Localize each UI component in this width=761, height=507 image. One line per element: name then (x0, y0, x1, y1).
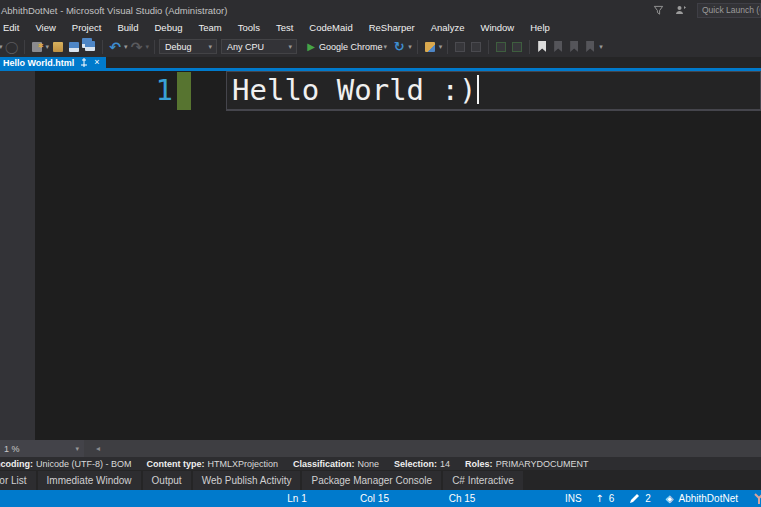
new-project-caret-icon[interactable]: ▾ (46, 43, 50, 51)
toolbar-separator (447, 40, 448, 54)
editor-zoom-value: 1 % (4, 444, 74, 454)
incoming-commits-indicator[interactable]: ↑ 6 (595, 493, 614, 504)
menu-item-project[interactable]: Project (64, 20, 110, 36)
editor-zoom-combo[interactable]: 1 % ▾ (0, 440, 84, 457)
redo-caret-icon[interactable]: ▾ (146, 43, 150, 51)
previous-bookmark-disabled-icon[interactable] (550, 38, 566, 56)
panel-tab-csharp-interactive[interactable]: C# Interactive (443, 471, 523, 490)
undo-caret-icon[interactable]: ▾ (124, 43, 128, 51)
panel-tab-error-list[interactable]: Error List (0, 471, 36, 490)
hscroll-left-arrow-icon[interactable]: ◂ (96, 444, 100, 453)
window-title: AbhithDotNet - Microsoft Visual Studio (… (1, 5, 227, 16)
tab-label: Hello World.html (3, 58, 74, 68)
solution-platform-combo[interactable]: Any CPU ▾ (221, 39, 297, 54)
menu-item-debug[interactable]: Debug (147, 20, 191, 36)
start-debugging-caret-icon[interactable]: ▾ (384, 43, 388, 51)
bottom-panel-tab-strip: Error List Immediate Window Output Web P… (0, 470, 761, 490)
panel-tab-package-manager-console[interactable]: Package Manager Console (302, 471, 441, 490)
menu-item-edit[interactable]: Edit (0, 20, 27, 36)
toggle-bookmark-icon[interactable] (534, 38, 550, 56)
menu-item-build[interactable]: Build (109, 20, 146, 36)
toolbar-separator (488, 40, 489, 54)
incoming-commits-count: 6 (609, 493, 615, 504)
editor-footer-row: 1 % ▾ ◂ (0, 440, 761, 457)
start-debugging-icon[interactable]: ▶ (303, 38, 319, 56)
chevron-down-icon: ▾ (289, 43, 293, 51)
selection-info: Selection:14 (394, 459, 450, 469)
toolbar-overflow-caret-icon[interactable]: ▾ (599, 43, 603, 51)
status-bar-right: ↑ 6 2 ◈ AbhithDotNet (595, 492, 761, 505)
undo-icon[interactable]: ↶ (107, 38, 123, 56)
panel-tab-immediate-window[interactable]: Immediate Window (38, 471, 141, 490)
line-number: 1 (128, 71, 173, 109)
new-project-icon[interactable] (29, 38, 45, 56)
document-tab-strip: Hello World.html × (0, 57, 761, 71)
save-all-icon[interactable] (82, 38, 98, 56)
pending-edits-indicator[interactable]: 2 (629, 493, 651, 504)
title-bar-right: Quick Launch (Ctrl+Q) (651, 0, 761, 20)
document-info-bar: Encoding:Unicode (UTF-8) - BOM Content t… (0, 457, 761, 470)
chevron-down-icon: ▾ (209, 43, 213, 51)
status-column: Col 15 (332, 493, 417, 504)
current-line-highlight: Hello World :) (226, 71, 761, 111)
navigate-back-icon[interactable]: ◯ (4, 38, 20, 56)
status-insert-mode: INS (565, 493, 582, 504)
status-line: Ln 1 (262, 493, 332, 504)
branch-icon[interactable] (753, 492, 761, 505)
send-feedback-icon[interactable] (674, 3, 688, 17)
toolbar-overflow-caret-icon[interactable]: ▾ (439, 43, 443, 51)
repository-indicator[interactable]: ◈ AbhithDotNet (666, 493, 738, 504)
chevron-down-icon: ▾ (75, 445, 79, 453)
toolbar-separator (417, 40, 418, 54)
open-file-icon[interactable] (50, 38, 66, 56)
change-tracking-bar (177, 72, 191, 110)
pending-edits-count: 2 (645, 493, 651, 504)
close-tab-icon[interactable]: × (94, 58, 99, 67)
save-to-web-disabled-icon[interactable] (493, 38, 509, 56)
editor-left-margin (0, 71, 35, 440)
menu-item-tools[interactable]: Tools (230, 20, 268, 36)
navigate-backward-disabled-icon[interactable] (452, 38, 468, 56)
standard-toolbar: ▾ ◯ ▾ ↶ ▾ ↷ ▾ Debug ▾ Any CPU ▾ ▶ Google… (0, 36, 761, 57)
feedback-filter-icon[interactable] (651, 3, 665, 17)
redo-icon[interactable]: ↷ (129, 38, 145, 56)
status-character: Ch 15 (417, 493, 507, 504)
navigate-forward-disabled-icon[interactable] (468, 38, 484, 56)
menu-item-view[interactable]: View (27, 20, 63, 36)
menu-item-help[interactable]: Help (522, 20, 558, 36)
up-arrow-icon: ↑ (595, 493, 603, 504)
panel-tab-web-publish-activity[interactable]: Web Publish Activity (193, 471, 301, 490)
toolbar-overflow-caret-icon[interactable]: ▾ (0, 43, 3, 51)
clear-bookmarks-disabled-icon[interactable] (582, 38, 598, 56)
pin-tab-icon[interactable] (80, 58, 88, 67)
menu-item-team[interactable]: Team (191, 20, 230, 36)
menu-item-resharper[interactable]: ReSharper (361, 20, 423, 36)
tab-hello-world-html[interactable]: Hello World.html × (0, 57, 106, 68)
refresh-caret-icon[interactable]: ▾ (408, 43, 412, 51)
code-line-1[interactable]: Hello World :) (232, 73, 479, 108)
toolbar-separator (24, 40, 25, 54)
toolbar-separator (154, 40, 155, 54)
save-icon[interactable] (66, 38, 82, 56)
next-bookmark-disabled-icon[interactable] (566, 38, 582, 56)
classification-info: Classification:None (293, 459, 379, 469)
pencil-icon (629, 493, 640, 504)
menu-item-window[interactable]: Window (472, 20, 522, 36)
menu-item-codemaid[interactable]: CodeMaid (301, 20, 360, 36)
visual-studio-window: AbhithDotNet - Microsoft Visual Studio (… (0, 0, 761, 507)
menu-item-test[interactable]: Test (268, 20, 301, 36)
title-bar: AbhithDotNet - Microsoft Visual Studio (… (0, 0, 761, 20)
content-type-info: Content type:HTMLXProjection (147, 459, 279, 469)
menu-item-analyze[interactable]: Analyze (423, 20, 473, 36)
sync-disabled-icon[interactable] (509, 38, 525, 56)
quick-launch-input[interactable]: Quick Launch (Ctrl+Q) (697, 3, 761, 18)
panel-tab-output[interactable]: Output (143, 471, 191, 490)
attach-to-process-icon[interactable] (422, 38, 438, 56)
toolbar-separator (529, 40, 530, 54)
solution-configuration-combo[interactable]: Debug ▾ (159, 39, 217, 54)
repo-diamond-icon: ◈ (666, 493, 674, 504)
refresh-icon[interactable]: ↻ (391, 38, 407, 56)
start-debugging-label[interactable]: Google Chrome (319, 42, 383, 52)
menu-bar: Edit View Project Build Debug Team Tools… (0, 20, 761, 36)
code-editor[interactable]: 1 Hello World :) (0, 71, 761, 440)
